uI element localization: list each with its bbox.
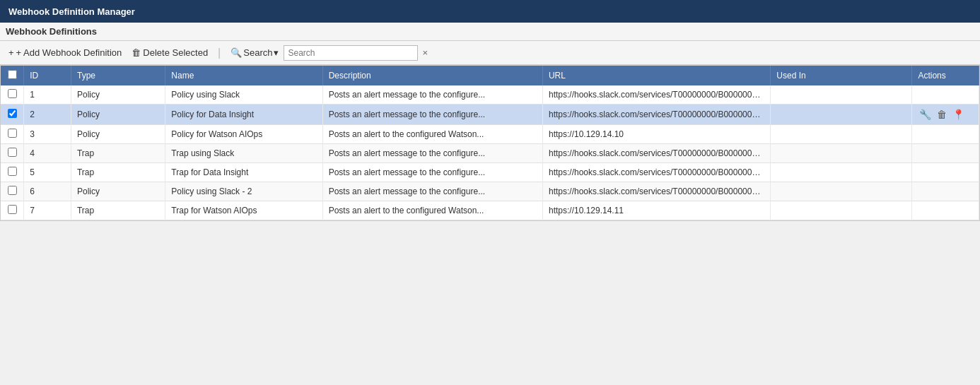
search-clear-button[interactable]: × xyxy=(420,47,430,58)
row-description: Posts an alert message to the configure.… xyxy=(322,85,542,105)
header-type: Type xyxy=(71,66,165,85)
table-row: 3PolicyPolicy for Watson AIOpsPosts an a… xyxy=(1,125,979,144)
section-header: Webhook Definitions xyxy=(0,23,980,41)
row-actions: 🔧🗑📍 xyxy=(912,105,979,125)
row-url: https://hooks.slack.com/services/T000000… xyxy=(542,182,770,201)
row-actions xyxy=(912,85,979,105)
header-name: Name xyxy=(165,66,322,85)
row-type: Trap xyxy=(71,201,165,220)
select-all-checkbox[interactable] xyxy=(8,70,17,79)
row-id: 5 xyxy=(24,163,71,182)
row-name: Policy using Slack - 2 xyxy=(165,182,322,201)
row-used-in xyxy=(771,182,912,201)
row-id: 7 xyxy=(24,201,71,220)
row-description: Posts an alert message to the configure.… xyxy=(322,144,542,163)
search-dropdown-button[interactable]: 🔍 Search ▾ xyxy=(228,46,281,59)
header-description: Description xyxy=(322,66,542,85)
row-type: Policy xyxy=(71,125,165,144)
delete-row-button[interactable]: 🗑 xyxy=(935,108,948,121)
search-container: 🔍 Search ▾ × xyxy=(228,45,430,61)
row-checkbox-cell xyxy=(1,125,24,144)
row-name: Trap for Watson AIOps xyxy=(165,201,322,220)
row-type: Policy xyxy=(71,85,165,105)
table-row: 4TrapTrap using SlackPosts an alert mess… xyxy=(1,144,979,163)
title-text: Webhook Definition Manager xyxy=(8,6,135,17)
header-used-in: Used In xyxy=(771,66,912,85)
row-name: Policy for Watson AIOps xyxy=(165,125,322,144)
row-url: https://hooks.slack.com/services/T000000… xyxy=(542,144,770,163)
search-input[interactable] xyxy=(284,45,418,61)
row-used-in xyxy=(771,144,912,163)
row-type: Trap xyxy=(71,144,165,163)
main-content: ID Type Name Description URL Used In Act… xyxy=(0,65,980,385)
delete-icon: 🗑 xyxy=(132,47,141,58)
table-row: 5TrapTrap for Data InsightPosts an alert… xyxy=(1,163,979,182)
row-name: Policy using Slack xyxy=(165,85,322,105)
row-used-in xyxy=(771,85,912,105)
row-actions xyxy=(912,163,979,182)
row-actions xyxy=(912,144,979,163)
row-checkbox-cell xyxy=(1,182,24,201)
row-actions xyxy=(912,201,979,220)
webhook-table: ID Type Name Description URL Used In Act… xyxy=(1,66,979,220)
row-url: https://hooks.slack.com/services/T000000… xyxy=(542,85,770,105)
header-url: URL xyxy=(542,66,770,85)
row-used-in xyxy=(771,105,912,125)
table-row: 6PolicyPolicy using Slack - 2Posts an al… xyxy=(1,182,979,201)
row-checkbox[interactable] xyxy=(8,89,17,98)
row-type: Policy xyxy=(71,105,165,125)
table-body: 1PolicyPolicy using SlackPosts an alert … xyxy=(1,85,979,220)
table-row: 7TrapTrap for Watson AIOpsPosts an alert… xyxy=(1,201,979,220)
row-description: Posts an alert to the configured Watson.… xyxy=(322,125,542,144)
row-description: Posts an alert message to the configure.… xyxy=(322,105,542,125)
row-id: 3 xyxy=(24,125,71,144)
add-icon: + xyxy=(8,47,14,58)
row-used-in xyxy=(771,163,912,182)
delete-selected-button[interactable]: 🗑 Delete Selected xyxy=(129,46,211,59)
row-name: Policy for Data Insight xyxy=(165,105,322,125)
header-id: ID xyxy=(24,66,71,85)
row-id: 4 xyxy=(24,144,71,163)
row-type: Trap xyxy=(71,163,165,182)
row-url: https://hooks.slack.com/services/T000000… xyxy=(542,163,770,182)
toolbar-separator: | xyxy=(218,47,221,59)
row-checkbox-cell xyxy=(1,144,24,163)
add-webhook-button[interactable]: + + Add Webhook Definition xyxy=(6,46,124,59)
row-checkbox-cell xyxy=(1,201,24,220)
row-description: Posts an alert message to the configure.… xyxy=(322,182,542,201)
edit-button[interactable]: 🔧 xyxy=(918,108,933,121)
row-checkbox-cell xyxy=(1,163,24,182)
search-icon: 🔍 xyxy=(231,47,242,58)
row-used-in xyxy=(771,125,912,144)
row-actions xyxy=(912,125,979,144)
row-id: 1 xyxy=(24,85,71,105)
row-description: Posts an alert message to the configure.… xyxy=(322,163,542,182)
action-icons: 🔧🗑📍 xyxy=(918,108,973,121)
row-used-in xyxy=(771,201,912,220)
row-checkbox[interactable] xyxy=(8,148,17,157)
row-checkbox[interactable] xyxy=(8,186,17,195)
title-bar: Webhook Definition Manager xyxy=(0,0,980,23)
row-url: https://hooks.slack.com/services/T000000… xyxy=(542,105,770,125)
row-actions xyxy=(912,182,979,201)
row-checkbox[interactable] xyxy=(8,109,17,118)
row-url: https://10.129.14.10 xyxy=(542,125,770,144)
row-id: 6 xyxy=(24,182,71,201)
row-checkbox-cell xyxy=(1,105,24,125)
header-checkbox xyxy=(1,66,24,85)
table-container: ID Type Name Description URL Used In Act… xyxy=(0,65,980,221)
row-url: https://10.129.14.11 xyxy=(542,201,770,220)
row-checkbox[interactable] xyxy=(8,129,17,138)
location-button[interactable]: 📍 xyxy=(951,108,966,121)
row-name: Trap using Slack xyxy=(165,144,322,163)
chevron-down-icon: ▾ xyxy=(274,47,279,58)
toolbar: + + Add Webhook Definition 🗑 Delete Sele… xyxy=(0,41,980,65)
row-name: Trap for Data Insight xyxy=(165,163,322,182)
row-checkbox[interactable] xyxy=(8,167,17,176)
row-checkbox[interactable] xyxy=(8,205,17,214)
table-row: 1PolicyPolicy using SlackPosts an alert … xyxy=(1,85,979,105)
row-type: Policy xyxy=(71,182,165,201)
row-checkbox-cell xyxy=(1,85,24,105)
row-description: Posts an alert to the configured Watson.… xyxy=(322,201,542,220)
table-row: 2PolicyPolicy for Data InsightPosts an a… xyxy=(1,105,979,125)
